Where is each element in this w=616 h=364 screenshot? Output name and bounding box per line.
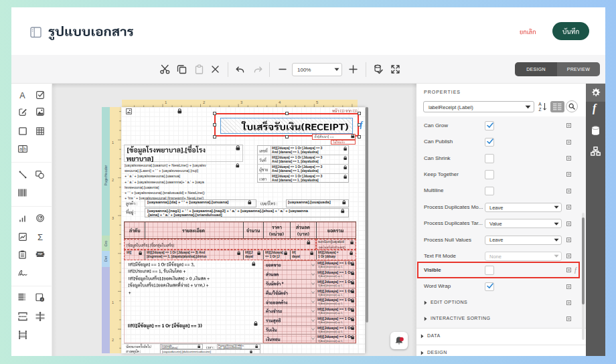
svg-text:Z: Z <box>539 107 542 112</box>
svg-text:b: b <box>23 147 26 151</box>
svg-text:A: A <box>538 102 542 106</box>
svg-text:PDF: PDF <box>37 253 42 256</box>
svg-text:Σ: Σ <box>37 232 42 241</box>
svg-text:a: a <box>19 147 22 151</box>
svg-text:A: A <box>19 91 25 100</box>
